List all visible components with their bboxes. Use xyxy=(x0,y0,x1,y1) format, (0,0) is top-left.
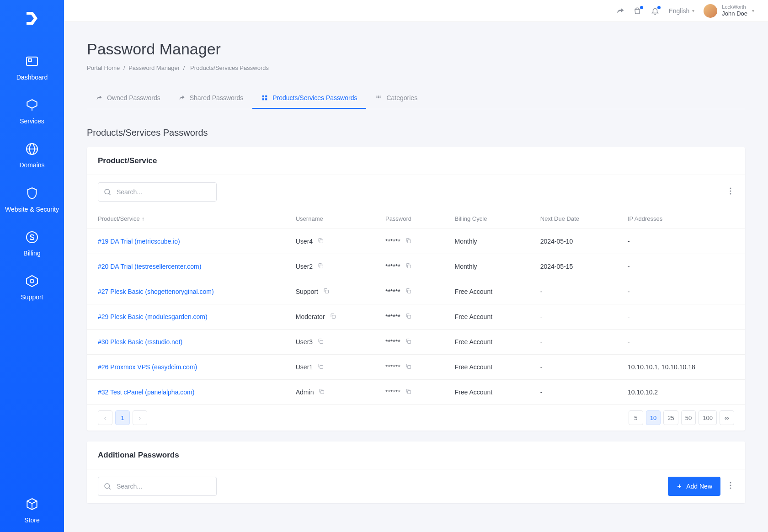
table-row: #26 Proxmox VPS (easydcim.com)User1*****… xyxy=(87,355,745,380)
nav-label: Support xyxy=(21,293,43,301)
svg-rect-7 xyxy=(262,96,264,97)
password-value: ****** xyxy=(385,363,400,371)
username-value: User1 xyxy=(296,363,313,371)
page-size-option[interactable]: 100 xyxy=(699,410,717,425)
copy-username-icon[interactable] xyxy=(330,313,336,321)
search-input[interactable] xyxy=(98,182,217,202)
more-menu[interactable] xyxy=(727,185,734,199)
page-title: Password Manager xyxy=(87,40,745,58)
language-selector[interactable]: English ▾ xyxy=(668,7,694,15)
page-size-option[interactable]: 10 xyxy=(646,410,661,425)
add-new-button[interactable]: Add New xyxy=(668,477,720,496)
breadcrumb-home[interactable]: Portal Home xyxy=(87,64,120,71)
password-value: ****** xyxy=(385,313,400,320)
tab-shared-passwords[interactable]: Shared Passwords xyxy=(170,88,253,109)
copy-username-icon[interactable] xyxy=(317,262,324,271)
username-value: Moderator xyxy=(296,313,325,320)
col-ip[interactable]: IP Addresses xyxy=(617,209,745,229)
svg-rect-1 xyxy=(28,59,32,61)
username-value: Admin xyxy=(296,388,314,396)
copy-username-icon[interactable] xyxy=(318,388,325,396)
more-menu[interactable] xyxy=(727,479,734,494)
user-menu[interactable]: LockWorth John Doe ▾ xyxy=(704,4,754,18)
copy-password-icon[interactable] xyxy=(405,287,412,296)
user-org: LockWorth xyxy=(722,4,747,10)
product-link[interactable]: #26 Proxmox VPS (easydcim.com) xyxy=(98,363,197,371)
tab-owned-passwords[interactable]: Owned Passwords xyxy=(87,88,170,109)
username-value: User2 xyxy=(296,263,313,270)
nextdue-value: - xyxy=(529,279,617,304)
page-size-option[interactable]: ∞ xyxy=(720,410,734,425)
ip-value: 10.10.10.1, 10.10.10.18 xyxy=(617,355,745,380)
share-icon[interactable] xyxy=(616,7,624,15)
page-size-option[interactable]: 5 xyxy=(629,410,643,425)
search-box xyxy=(98,477,217,496)
billing-value: Monthly xyxy=(444,254,529,279)
svg-point-11 xyxy=(377,96,378,96)
table-row: #30 Plesk Basic (rsstudio.net)User3*****… xyxy=(87,330,745,355)
copy-password-icon[interactable] xyxy=(405,262,412,271)
svg-point-40 xyxy=(730,482,731,484)
tab-products-services-passwords[interactable]: Products/Services Passwords xyxy=(252,88,366,109)
tabs: Owned Passwords Shared Passwords Product… xyxy=(87,88,745,109)
sidebar-item-domains[interactable]: Domains xyxy=(0,133,64,177)
copy-username-icon[interactable] xyxy=(317,363,324,371)
page-prev[interactable]: ‹ xyxy=(98,410,112,425)
sidebar: Dashboard Services Domains Website & Sec… xyxy=(0,0,64,532)
product-link[interactable]: #27 Plesk Basic (shogettenoryginal.com) xyxy=(98,288,214,295)
product-link[interactable]: #30 Plesk Basic (rsstudio.net) xyxy=(98,338,182,346)
page-next[interactable]: › xyxy=(133,410,147,425)
col-password[interactable]: Password xyxy=(374,209,444,229)
sidebar-item-dashboard[interactable]: Dashboard xyxy=(0,46,64,90)
product-link[interactable]: #19 DA Trial (metricscube.io) xyxy=(98,238,180,245)
table-row: #20 DA Trial (testresellercenter.com)Use… xyxy=(87,254,745,279)
tab-categories[interactable]: Categories xyxy=(366,88,427,109)
copy-username-icon[interactable] xyxy=(323,287,330,296)
page-size-option[interactable]: 50 xyxy=(681,410,696,425)
nextdue-value: - xyxy=(529,355,617,380)
copy-username-icon[interactable] xyxy=(317,338,324,346)
tab-label: Products/Services Passwords xyxy=(272,94,357,101)
product-link[interactable]: #29 Plesk Basic (modulesgarden.com) xyxy=(98,313,208,320)
bell-icon[interactable] xyxy=(651,7,659,15)
section-title: Products/Services Passwords xyxy=(87,128,745,138)
sidebar-item-services[interactable]: Services xyxy=(0,90,64,133)
svg-point-20 xyxy=(730,191,731,192)
billing-value: Free Account xyxy=(444,304,529,330)
copy-password-icon[interactable] xyxy=(405,363,412,371)
breadcrumb-parent[interactable]: Password Manager xyxy=(128,64,180,71)
sidebar-item-billing[interactable]: Billing xyxy=(0,222,64,266)
copy-username-icon[interactable] xyxy=(317,237,324,245)
copy-password-icon[interactable] xyxy=(405,388,412,396)
copy-password-icon[interactable] xyxy=(405,313,412,321)
search-input[interactable] xyxy=(98,477,217,496)
product-link[interactable]: #32 Test cPanel (panelalpha.com) xyxy=(98,388,194,396)
copy-password-icon[interactable] xyxy=(405,338,412,346)
password-value: ****** xyxy=(385,338,400,346)
page-number[interactable]: 1 xyxy=(115,410,130,425)
nav-label: Website & Security xyxy=(5,205,59,213)
col-product[interactable]: Product/Service↑ xyxy=(87,209,285,229)
col-billing[interactable]: Billing Cycle xyxy=(444,209,529,229)
password-value: ****** xyxy=(385,388,400,396)
sidebar-item-website-security[interactable]: Website & Security xyxy=(0,178,64,222)
col-nextdue[interactable]: Next Due Date xyxy=(529,209,617,229)
cart-icon[interactable] xyxy=(634,7,642,15)
chevron-down-icon: ▾ xyxy=(752,8,754,13)
sidebar-item-support[interactable]: Support xyxy=(0,266,64,309)
col-username[interactable]: Username xyxy=(285,209,374,229)
table-row: #32 Test cPanel (panelalpha.com)Admin***… xyxy=(87,380,745,405)
svg-rect-29 xyxy=(407,315,411,319)
svg-line-18 xyxy=(109,193,111,195)
svg-rect-23 xyxy=(407,240,411,243)
user-name: John Doe xyxy=(722,10,747,17)
product-link[interactable]: #20 DA Trial (testresellercenter.com) xyxy=(98,263,201,270)
language-label: English xyxy=(668,7,689,15)
svg-rect-34 xyxy=(321,391,324,394)
sort-indicator: ↑ xyxy=(142,215,145,222)
billing-value: Free Account xyxy=(444,279,529,304)
copy-password-icon[interactable] xyxy=(405,237,412,245)
page-size-option[interactable]: 25 xyxy=(663,410,678,425)
logo[interactable] xyxy=(23,9,41,27)
sidebar-item-store[interactable]: Store xyxy=(0,489,64,532)
